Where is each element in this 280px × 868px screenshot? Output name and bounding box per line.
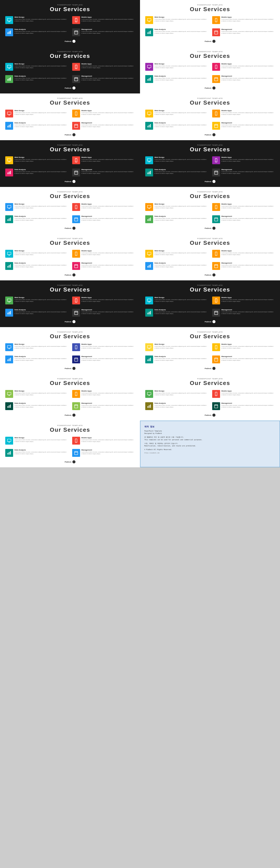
panel-19: PowerPoint Template Our Services Web Des…	[0, 421, 140, 467]
s3-web-text: Web DesignLorem ipsum dolor sit amet, co…	[15, 63, 68, 69]
row-8: PowerPoint Template Our Services Web Des…	[0, 327, 280, 374]
phone-icon-10	[212, 203, 220, 211]
s9-mobile: Mobile AppsLorem ipsum dolor sit amet, c…	[71, 202, 136, 212]
phone-icon-7	[72, 156, 80, 164]
svg-rect-149	[8, 313, 8, 314]
panel-7-grid: Web DesignLorem ipsum dolor sit amet, co…	[4, 155, 136, 178]
svg-rect-5	[8, 32, 8, 34]
svg-rect-12	[147, 19, 151, 21]
s5-web: Web DesignLorem ipsum dolor sit amet, co…	[4, 108, 69, 119]
s18-mobile-text: Mobile AppsLorem ipsum dolor sit amet, c…	[221, 390, 275, 396]
service-web-design-2: Web Design Lorem ipsum dolor sit amet, c…	[144, 15, 209, 25]
s16-mgmt: ManagementLorem ipsum dolor sit amet, co…	[211, 354, 276, 365]
calendar-icon-14	[212, 309, 220, 317]
s14-web-text: Web DesignLorem ipsum dolor sit amet, co…	[155, 297, 208, 303]
brand-icon	[73, 40, 76, 43]
brand-label-18: PiaDeck	[204, 414, 211, 416]
row-2: PowerPoint Template Our Services Web Des…	[0, 47, 280, 93]
phone-icon-16	[212, 343, 220, 351]
panel-11-footer: PiaDeck	[4, 273, 136, 276]
s14-mobile: Mobile AppsLorem ipsum dolor sit amet, c…	[211, 295, 276, 306]
svg-point-220	[76, 441, 76, 442]
svg-rect-162	[149, 312, 149, 314]
brand-label-17: PiaDeck	[64, 414, 71, 416]
svg-rect-24	[7, 65, 11, 68]
svg-rect-20	[215, 31, 218, 34]
s3-data: Data AnalysisLorem ipsum dolor sit amet,…	[4, 74, 69, 84]
s17-mobile: Mobile AppsLorem ipsum dolor sit amet, c…	[71, 389, 136, 399]
web-design-text-2: Web Design Lorem ipsum dolor sit amet, c…	[155, 16, 208, 22]
panel-12-title: Our Services	[144, 240, 276, 246]
chart-icon-12	[145, 262, 153, 270]
svg-point-76	[76, 161, 76, 162]
svg-rect-187	[150, 358, 151, 361]
panel-9-title: Our Services	[4, 193, 136, 199]
brand-label-8: PiaDeck	[204, 181, 211, 183]
panel-9-grid: Web DesignLorem ipsum dolor sit amet, co…	[4, 202, 136, 224]
s5-mgmt: ManagementLorem ipsum dolor sit amet, co…	[71, 121, 136, 131]
panel-9: PowerPoint Template Our Services Web Des…	[0, 187, 140, 234]
panel-17-header: PowerPoint Template Our Services	[4, 378, 136, 386]
panel-18-grid: Web DesignLorem ipsum dolor sit amet, co…	[144, 389, 276, 411]
calendar-icon-6	[212, 122, 220, 130]
svg-point-160	[216, 301, 216, 302]
svg-rect-80	[75, 171, 78, 174]
svg-rect-224	[75, 452, 78, 455]
chart-icon-18	[145, 402, 153, 410]
s12-web-text: Web DesignLorem ipsum dolor sit amet, co…	[155, 250, 208, 256]
panel-8-title: Our Services	[144, 146, 276, 153]
calendar-icon-2	[212, 28, 220, 36]
panel-18-subtitle: PowerPoint Template	[144, 378, 276, 380]
s10-data: Data AnalysisLorem ipsum dolor sit amet,…	[144, 214, 209, 224]
panel-2-grid: Web Design Lorem ipsum dolor sit amet, c…	[144, 15, 276, 37]
panel-17-grid: Web DesignLorem ipsum dolor sit amet, co…	[4, 389, 136, 411]
brand-icon-16	[213, 367, 216, 370]
s10-mgmt: ManagementLorem ipsum dolor sit amet, co…	[211, 214, 276, 224]
s15-web-text: Web DesignLorem ipsum dolor sit amet, co…	[15, 343, 68, 349]
brand-icon-19	[73, 460, 76, 463]
row-3: PowerPoint Template Our Services Web Des…	[0, 93, 280, 140]
panel-1-footer: PiaDeck	[4, 40, 136, 43]
s4-data-text: Data AnalysisLorem ipsum dolor sit amet,…	[155, 75, 208, 81]
s15-mobile: Mobile AppsLorem ipsum dolor sit amet, c…	[71, 342, 136, 352]
row-9: PowerPoint Template Our Services Web Des…	[0, 374, 280, 421]
svg-point-148	[76, 301, 76, 302]
monitor-icon-3	[5, 63, 13, 71]
s6-mobile-text: Mobile AppsLorem ipsum dolor sit amet, c…	[221, 110, 275, 116]
panel-13: PowerPoint Template Our Services Web Des…	[0, 280, 140, 327]
brand-label-7: PiaDeck	[64, 181, 71, 183]
row-10: PowerPoint Template Our Services Web Des…	[0, 421, 280, 467]
panel-14-footer: PiaDeck	[144, 320, 276, 323]
svg-rect-96	[7, 206, 11, 208]
s17-mgmt: ManagementLorem ipsum dolor sit amet, co…	[71, 401, 136, 411]
svg-rect-53	[8, 126, 8, 127]
phone-icon-6	[212, 110, 220, 118]
s10-mgmt-text: ManagementLorem ipsum dolor sit amet, co…	[221, 215, 275, 221]
phone-icon-19	[72, 437, 80, 444]
phone-icon-2	[212, 16, 220, 24]
phone-icon-8	[212, 156, 220, 164]
brand-label-12: PiaDeck	[204, 274, 211, 276]
svg-rect-29	[8, 79, 8, 81]
panel-16-header: PowerPoint Template Our Services	[144, 331, 276, 340]
monitor-icon-10	[145, 203, 153, 211]
panel-15-header: PowerPoint Template Our Services	[4, 331, 136, 340]
s7-data-text: Data AnalysisLorem ipsum dolor sit amet,…	[15, 168, 68, 175]
panel-10-title: Our Services	[144, 193, 276, 199]
monitor-icon-5	[5, 110, 13, 118]
panel-6-header: PowerPoint Template Our Services	[144, 97, 276, 106]
s4-mobile-text: Mobile AppsLorem ipsum dolor sit amet, c…	[221, 63, 275, 69]
svg-rect-212	[215, 405, 218, 408]
svg-rect-185	[148, 360, 148, 361]
calendar-icon-12	[212, 262, 220, 270]
panel-13-subtitle: PowerPoint Template	[4, 284, 136, 286]
chart-icon-14	[145, 309, 153, 317]
monitor-icon-18	[145, 390, 153, 398]
svg-rect-60	[147, 112, 151, 115]
svg-rect-72	[7, 159, 11, 161]
service-mgmt-2: Management Lorem ipsum dolor sit amet, c…	[211, 27, 276, 37]
panel-15-subtitle: PowerPoint Template	[4, 331, 136, 333]
panel-4-title: Our Services	[144, 53, 276, 59]
calendar-icon-3	[72, 75, 80, 83]
monitor-icon-15	[5, 343, 13, 351]
